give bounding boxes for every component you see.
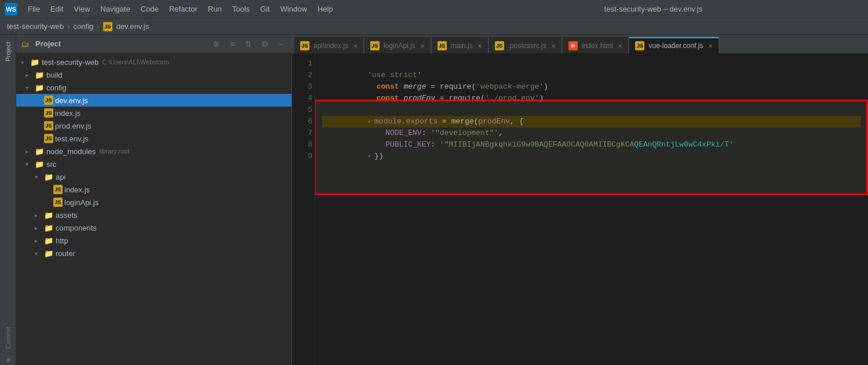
panel-title: Project [35,39,206,48]
editor-area: JS api\index.js ✕ JS loginApi.js ✕ JS ma… [292,35,868,365]
js-tab-icon-1: JS [300,41,309,50]
code-line-9 [322,151,861,162]
breadcrumb-root[interactable]: test-security-web [7,22,64,31]
sidebar-strip: Project Commit ◈ [0,35,16,365]
panel-btn-sort[interactable]: ⇅ [243,38,254,50]
arrow-icon-router [35,250,44,257]
tree-label-api: api [56,173,65,181]
tree-item-http[interactable]: 📁 http [16,234,291,247]
js-tab-icon-4: JS [495,41,504,50]
tree-note-nodemod: library root [99,148,129,155]
tree-label-testenv: test.env.js [55,134,89,143]
breadcrumb: test-security-web › config › JS dev.env.… [0,19,868,35]
tree-item-prodenv[interactable]: JS prod.env.js [16,119,291,132]
panel-btn-collapse[interactable]: ≡ [227,38,238,50]
sidebar-tab-project[interactable]: Project [2,37,14,66]
folder-icon-nodemod: 📁 [35,147,44,156]
tree-label-http: http [56,236,68,245]
menu-bar: File Edit View Navigate Code Refactor Ru… [23,3,443,14]
arrow-icon-components [35,225,44,231]
tab-close-4[interactable]: ✕ [551,43,556,49]
folder-icon-src: 📁 [35,160,44,169]
tree-label-nodemod: node_modules [46,147,96,156]
menu-help[interactable]: Help [313,3,338,14]
tree-label-src: src [46,160,56,169]
tree-label-devenv: dev.env.js [55,96,88,105]
tree-item-api[interactable]: 📁 api [16,170,291,183]
menu-file[interactable]: File [23,3,45,14]
project-panel: 🗂 Project ⊕ ≡ ⇅ ⚙ − 📁 test-security-web … [16,35,292,365]
arrow-icon-http [35,238,44,244]
menu-navigate[interactable]: Navigate [96,3,134,14]
tree-item-loginapi[interactable]: JS loginApi.js [16,196,291,209]
folder-icon-root: 📁 [30,58,39,67]
tab-main[interactable]: JS main.js ✕ [432,37,488,53]
tab-label-2: loginApi.js [384,42,415,50]
panel-folder-icon: 🗂 [21,39,29,49]
tab-label-5: index.html [582,42,614,50]
js-icon-prodenv: JS [44,121,53,130]
arrow-icon-build [25,72,35,78]
breadcrumb-config[interactable]: config [74,22,94,31]
tree-label-indexjs: index.js [55,109,81,118]
folder-icon-config: 📁 [35,83,44,92]
folder-icon-assets: 📁 [44,211,53,220]
folder-icon-http: 📁 [44,236,53,245]
tab-close-5[interactable]: ✕ [618,43,622,49]
tree-label-build: build [46,71,62,79]
fold-icon-8[interactable]: ▾ [367,151,374,163]
tree-item-nodemod[interactable]: 📁 node_modules library root [16,145,291,158]
menu-code[interactable]: Code [136,3,163,14]
panel-btn-settings[interactable]: ⚙ [259,38,271,50]
menu-view[interactable]: View [69,3,94,14]
folder-icon-api: 📁 [44,173,53,181]
tab-close-3[interactable]: ✕ [477,43,482,49]
tab-index-html[interactable]: H index.html ✕ [563,37,629,53]
code-line-5: ▾ module.exports = merge(prodEnv, { [322,104,861,116]
tab-postcss[interactable]: JS .postcssrc.js ✕ [489,37,562,53]
tab-api-index[interactable]: JS api\index.js ✕ [294,37,364,53]
menu-refactor[interactable]: Refactor [165,3,202,14]
tab-vue-loader[interactable]: JS vue-loader.conf.js ✕ [629,37,719,53]
tab-close-6[interactable]: ✕ [708,43,713,49]
js-tab-icon-6: JS [635,41,644,50]
menu-edit[interactable]: Edit [46,3,68,14]
tab-close-1[interactable]: ✕ [353,43,358,49]
tree-item-assets[interactable]: 📁 assets [16,209,291,221]
tree-item-testenv[interactable]: JS test.env.js [16,132,291,145]
app-logo: WS [5,3,17,16]
tab-label-4: .postcssrc.js [508,42,546,50]
breadcrumb-file[interactable]: dev.env.js [116,22,149,31]
tree-item-components[interactable]: 📁 components [16,221,291,234]
sidebar-pin[interactable]: ◈ [6,353,10,365]
tree-item-devenv[interactable]: JS dev.env.js [16,94,291,107]
tree-item-router[interactable]: 📁 router [16,247,291,260]
breadcrumb-sep-2: › [97,22,99,31]
tree-label-apiindex: index.js [64,185,90,194]
html-tab-icon: H [568,41,578,50]
tree-item-apiindex[interactable]: JS index.js [16,183,291,196]
code-content[interactable]: 'use strict' const merge = require('webp… [315,53,868,365]
tree-item-indexjs[interactable]: JS index.js [16,107,291,119]
sidebar-tab-commit[interactable]: Commit [2,322,14,353]
tree-item-config[interactable]: 📁 config [16,81,291,94]
tab-close-2[interactable]: ✕ [420,43,425,49]
tab-login-api[interactable]: JS loginApi.js ✕ [364,37,431,53]
menu-git[interactable]: Git [256,3,275,14]
arrow-icon-src [25,161,35,167]
tree-label-assets: assets [56,211,78,220]
menu-window[interactable]: Window [276,3,312,14]
fold-icon-5[interactable]: ▾ [367,116,374,128]
window-title: test-security-web – dev.env.js [443,5,863,13]
panel-btn-minimize[interactable]: − [275,38,287,50]
code-editor[interactable]: 1 2 3 4 5 6 7 8 9 'use strict' [292,53,868,365]
js-tab-icon-3: JS [437,41,447,50]
panel-btn-add[interactable]: ⊕ [210,38,222,50]
menu-run[interactable]: Run [203,3,227,14]
tree-item-root[interactable]: 📁 test-security-web C:\Users\ALI\Webstor… [16,56,291,68]
tab-label-6: vue-loader.conf.js [648,42,703,50]
menu-tools[interactable]: Tools [228,3,254,14]
tree-item-src[interactable]: 📁 src [16,158,291,170]
tree-item-build[interactable]: 📁 build [16,68,291,81]
line-numbers: 1 2 3 4 5 6 7 8 9 [292,53,315,365]
